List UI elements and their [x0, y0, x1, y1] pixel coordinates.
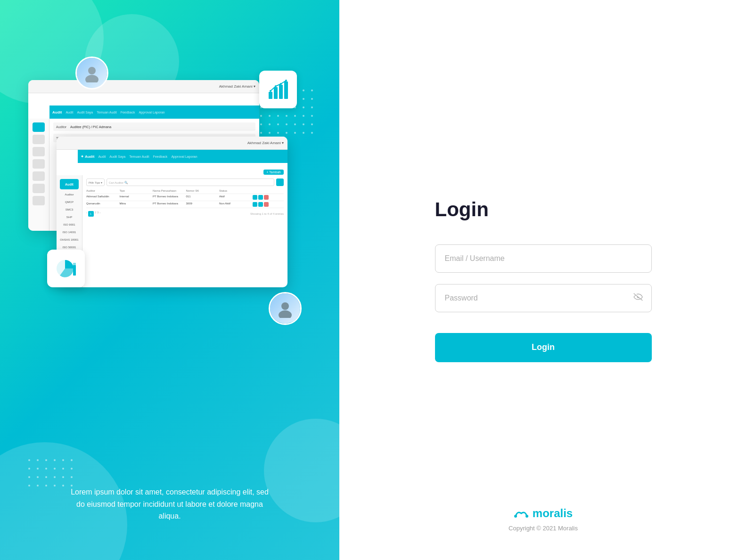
pie-chart-card	[47, 250, 85, 287]
right-panel: Login Login moralis	[339, 0, 747, 560]
brand-logo: moralis	[514, 506, 573, 521]
password-input[interactable]	[435, 284, 652, 312]
login-form: Login Login	[435, 198, 652, 362]
avatar-bottom	[269, 292, 302, 325]
svg-rect-4	[279, 85, 283, 99]
dots-pattern-bottom: (function(){ const dp = document.querySe…	[28, 459, 75, 489]
ss-back-user: Akhmad Zaki Amani ▾	[219, 84, 255, 89]
email-form-group	[435, 244, 652, 273]
ss-front-user: Akhmad Zaki Amani ▾	[247, 141, 284, 145]
svg-point-8	[280, 83, 282, 85]
brand-name: moralis	[533, 507, 573, 520]
login-title: Login	[435, 198, 652, 221]
deco-circle-4	[264, 419, 339, 522]
copyright-text: Copyright © 2021 Moralis	[509, 525, 578, 532]
password-form-group	[435, 284, 652, 312]
svg-point-9	[285, 80, 287, 81]
svg-point-1	[85, 75, 99, 82]
description-text: Lorem ipsum dolor sit amet, consectetur …	[71, 486, 269, 522]
svg-point-6	[270, 90, 271, 92]
bar-chart-icon	[266, 78, 290, 101]
svg-point-0	[88, 67, 96, 74]
left-panel: (function(){ const dp = document.querySe…	[0, 0, 339, 560]
svg-rect-11	[73, 265, 76, 276]
pie-chart-icon	[53, 256, 79, 282]
svg-point-14	[279, 310, 292, 318]
svg-point-7	[275, 85, 277, 87]
email-input[interactable]	[435, 244, 652, 273]
bar-chart-card	[259, 71, 297, 108]
avatar-top	[75, 57, 108, 89]
moralis-logo-icon	[514, 506, 529, 521]
toggle-password-icon[interactable]	[633, 292, 643, 303]
description-paragraph: Lorem ipsum dolor sit amet, consectetur …	[71, 486, 269, 522]
login-button[interactable]: Login	[435, 333, 652, 362]
svg-point-13	[281, 302, 289, 310]
svg-point-15	[514, 515, 517, 518]
svg-rect-3	[274, 87, 278, 99]
svg-rect-5	[284, 81, 288, 99]
screenshot-front: Akhmad Zaki Amani ▾ ✦ Audit Audit Audit …	[57, 137, 287, 287]
svg-rect-12	[73, 263, 76, 267]
brand-section: moralis Copyright © 2021 Moralis	[509, 506, 578, 532]
svg-point-16	[525, 515, 528, 518]
screenshots-area: Akhmad Zaki Amani ▾ Audit Audit Audit Sa…	[28, 61, 311, 325]
svg-rect-2	[269, 92, 272, 99]
password-wrapper	[435, 284, 652, 312]
